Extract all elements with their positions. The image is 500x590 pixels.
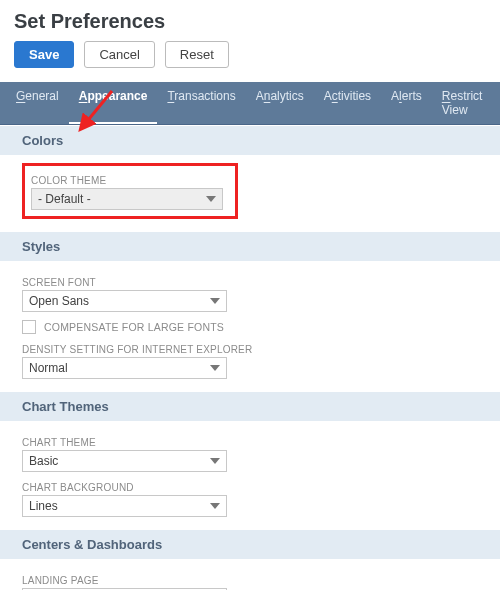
section-chart-themes-body: CHART THEME Basic CHART BACKGROUND Lines	[0, 421, 500, 529]
section-colors-header: Colors	[0, 126, 500, 155]
density-select[interactable]: Normal	[22, 357, 227, 379]
appearance-panel: Colors COLOR THEME - Default - Styles SC…	[0, 126, 500, 590]
reset-button[interactable]: Reset	[165, 41, 229, 68]
chart-theme-value: Basic	[29, 454, 58, 468]
density-value: Normal	[29, 361, 68, 375]
tab-transactions[interactable]: Transactions	[157, 82, 245, 124]
tab-general[interactable]: General	[6, 82, 69, 124]
landing-page-label: LANDING PAGE	[22, 575, 478, 586]
page-title: Set Preferences	[14, 10, 486, 33]
highlight-color-theme: COLOR THEME - Default -	[22, 163, 238, 219]
chevron-down-icon	[210, 503, 220, 509]
compensate-large-fonts-row[interactable]: COMPENSATE FOR LARGE FONTS	[22, 320, 478, 334]
section-styles-header: Styles	[0, 232, 500, 261]
tab-alerts[interactable]: Alerts	[381, 82, 432, 124]
chevron-down-icon	[206, 196, 216, 202]
chart-theme-select[interactable]: Basic	[22, 450, 227, 472]
cancel-button[interactable]: Cancel	[84, 41, 154, 68]
tab-analytics[interactable]: Analytics	[246, 82, 314, 124]
chevron-down-icon	[210, 458, 220, 464]
chart-bg-value: Lines	[29, 499, 58, 513]
chart-theme-label: CHART THEME	[22, 437, 478, 448]
density-label: DENSITY SETTING FOR INTERNET EXPLORER	[22, 344, 478, 355]
section-colors-body: COLOR THEME - Default -	[0, 155, 500, 231]
save-button[interactable]: Save	[14, 41, 74, 68]
chevron-down-icon	[210, 365, 220, 371]
chart-bg-label: CHART BACKGROUND	[22, 482, 478, 493]
section-chart-themes-header: Chart Themes	[0, 392, 500, 421]
page-header: Set Preferences Save Cancel Reset	[0, 0, 500, 82]
section-centers-body: LANDING PAGE ✓ SHOW PORTLET HINT SET CUS…	[0, 559, 500, 590]
chevron-down-icon	[210, 298, 220, 304]
screen-font-value: Open Sans	[29, 294, 89, 308]
screen-font-label: SCREEN FONT	[22, 277, 478, 288]
top-button-row: Save Cancel Reset	[14, 41, 486, 76]
color-theme-label: COLOR THEME	[31, 175, 227, 186]
screen-font-select[interactable]: Open Sans	[22, 290, 227, 312]
tab-appearance[interactable]: Appearance	[69, 82, 158, 124]
tab-restrict-view[interactable]: Restrict View	[432, 82, 494, 124]
section-centers-header: Centers & Dashboards	[0, 530, 500, 559]
color-theme-select[interactable]: - Default -	[31, 188, 223, 210]
checkbox-unchecked-icon	[22, 320, 36, 334]
compensate-large-fonts-label: COMPENSATE FOR LARGE FONTS	[44, 321, 224, 333]
tab-activities[interactable]: Activities	[314, 82, 381, 124]
color-theme-value: - Default -	[38, 192, 91, 206]
section-styles-body: SCREEN FONT Open Sans COMPENSATE FOR LAR…	[0, 261, 500, 391]
tab-bar: General Appearance Transactions Analytic…	[0, 82, 500, 125]
chart-bg-select[interactable]: Lines	[22, 495, 227, 517]
